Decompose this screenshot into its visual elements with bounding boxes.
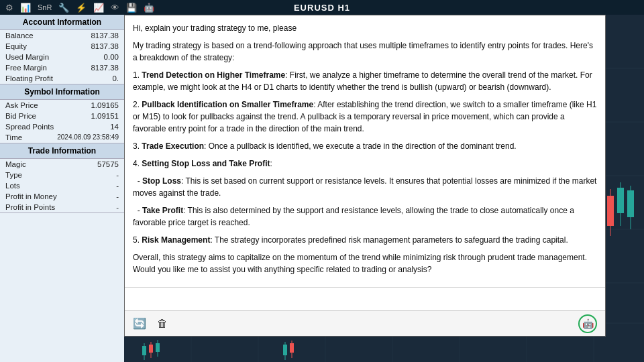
type-value: - — [116, 171, 119, 179]
snr-label[interactable]: SnR — [38, 3, 52, 11]
settings-icon[interactable]: ⚙ — [5, 3, 13, 13]
profit-points-label: Profit in Points — [5, 203, 55, 211]
spread-points-label: Spread Points — [5, 123, 54, 131]
floating-profit-label: Floating Profit — [5, 74, 53, 82]
chat-toolbar: 🔄 🗑 🤖 — [125, 310, 605, 336]
used-margin-row: Used Margin 0.00 — [0, 52, 124, 62]
account-header: Account Information — [0, 15, 124, 30]
assistant-message-2: 1. Trend Detection on Higher Timeframe: … — [133, 69, 597, 93]
magic-value: 57575 — [97, 160, 119, 168]
eye-icon[interactable]: 👁 — [111, 3, 119, 13]
chat-messages[interactable]: Hi, explain your trading strategy to me,… — [125, 15, 605, 287]
svg-rect-43 — [290, 343, 294, 353]
assistant-message-8: 5. Risk Management: The strategy incorpo… — [133, 234, 597, 246]
assistant-message-9: Overall, this strategy aims to capitaliz… — [133, 251, 597, 276]
tools-icon[interactable]: 🔧 — [58, 3, 69, 13]
type-row: Type - — [0, 170, 124, 180]
floating-profit-value: 0. — [112, 74, 119, 82]
assistant-message-3: 2. Pullback Identification on Smaller Ti… — [133, 99, 597, 135]
lots-value: - — [116, 182, 119, 190]
equity-row: Equity 8137.38 — [0, 41, 124, 52]
refresh-icon[interactable]: 🔄 — [133, 317, 146, 330]
svg-rect-33 — [627, 190, 634, 217]
bid-price-value: 1.09151 — [91, 112, 119, 120]
bid-price-row: Bid Price 1.09151 — [0, 111, 124, 121]
ai-icon-label: 🤖 — [582, 318, 594, 329]
equity-label: Equity — [5, 42, 27, 50]
profit-money-value: - — [116, 192, 119, 200]
left-panel: Account Information Balance 8137.38 Equi… — [0, 15, 124, 362]
bid-price-label: Bid Price — [5, 112, 36, 120]
assistant-message-1: My trading strategy is based on a trend-… — [133, 40, 597, 64]
floating-profit-row: Floating Profit 0. — [0, 73, 124, 84]
time-row: Time 2024.08.09 23:58:49 — [0, 132, 124, 143]
spread-points-value: 14 — [110, 123, 119, 131]
profit-money-label: Profit in Money — [5, 192, 57, 200]
user-message-1: Hi, explain your trading strategy to me,… — [133, 22, 597, 34]
symbol-header: Symbol Information — [0, 84, 124, 100]
chart-icon[interactable]: 📊 — [20, 3, 31, 13]
ask-price-row: Ask Price 1.09165 — [0, 100, 124, 111]
spread-points-row: Spread Points 14 — [0, 121, 124, 132]
balance-label: Balance — [5, 32, 34, 40]
svg-rect-41 — [283, 345, 287, 355]
profit-points-row: Profit in Points - — [0, 202, 124, 213]
svg-rect-35 — [142, 346, 146, 355]
free-margin-value: 8137.38 — [91, 64, 119, 72]
account-section: Account Information Balance 8137.38 Equi… — [0, 15, 124, 84]
delete-icon[interactable]: 🗑 — [157, 318, 168, 330]
toolbar: ⚙ 📊 SnR 🔧 ⚡ 📈 👁 💾 🤖 EURUSD H1 — [0, 0, 644, 15]
chat-input[interactable] — [127, 290, 602, 305]
balance-row: Balance 8137.38 — [0, 30, 124, 41]
used-margin-value: 0.00 — [104, 53, 119, 61]
ai-button[interactable]: 🤖 — [578, 314, 597, 333]
svg-rect-39 — [156, 343, 160, 352]
profit-points-value: - — [116, 203, 119, 211]
trade-header: Trade Information — [0, 143, 124, 159]
balance-value: 8137.38 — [91, 32, 119, 40]
main-layout: Account Information Balance 8137.38 Equi… — [0, 15, 644, 362]
free-margin-label: Free Margin — [5, 64, 47, 72]
robot-icon[interactable]: 🤖 — [144, 3, 154, 13]
save-icon[interactable]: 💾 — [126, 3, 137, 13]
trade-section: Trade Information Magic 57575 Type - Lot… — [0, 143, 124, 213]
magic-label: Magic — [5, 160, 26, 168]
lots-label: Lots — [5, 182, 20, 190]
right-area: Hi, explain your trading strategy to me,… — [124, 15, 644, 362]
type-label: Type — [5, 171, 22, 179]
svg-rect-29 — [607, 196, 614, 226]
profit-money-row: Profit in Money - — [0, 191, 124, 202]
chart-title: EURUSD H1 — [294, 3, 350, 13]
time-label: Time — [5, 133, 22, 141]
symbol-section: Symbol Information Ask Price 1.09165 Bid… — [0, 84, 124, 143]
time-value: 2024.08.09 23:58:49 — [57, 133, 119, 141]
lots-row: Lots - — [0, 180, 124, 191]
trend-icon[interactable]: 📈 — [93, 3, 104, 13]
chat-panel: Hi, explain your trading strategy to me,… — [124, 15, 606, 337]
free-margin-row: Free Margin 8137.38 — [0, 62, 124, 73]
assistant-message-4: 3. Trade Execution: Once a pullback is i… — [133, 140, 597, 152]
svg-rect-37 — [149, 345, 153, 353]
chat-input-area — [125, 287, 605, 310]
indicator-icon[interactable]: ⚡ — [76, 3, 87, 13]
magic-row: Magic 57575 — [0, 159, 124, 170]
equity-value: 8137.38 — [91, 42, 119, 50]
ask-price-label: Ask Price — [5, 101, 38, 109]
ask-price-value: 1.09165 — [91, 101, 119, 109]
assistant-message-5: 4. Setting Stop Loss and Take Profit: — [133, 158, 597, 170]
assistant-message-6: - Stop Loss: This is set based on curren… — [133, 175, 597, 199]
used-margin-label: Used Margin — [5, 53, 49, 61]
svg-rect-31 — [617, 188, 624, 213]
assistant-message-7: - Take Profit: This is also determined b… — [133, 204, 597, 229]
